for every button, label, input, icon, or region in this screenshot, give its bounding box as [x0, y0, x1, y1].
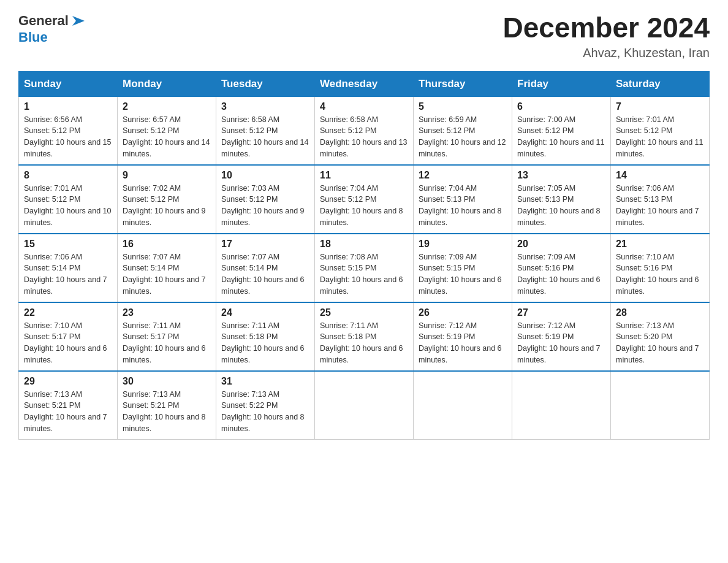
calendar-table: SundayMondayTuesdayWednesdayThursdayFrid…: [18, 71, 710, 440]
calendar-cell: 17 Sunrise: 7:07 AM Sunset: 5:14 PM Dayl…: [216, 234, 315, 302]
header-saturday: Saturday: [611, 71, 710, 96]
calendar-body: 1 Sunrise: 6:56 AM Sunset: 5:12 PM Dayli…: [19, 96, 710, 439]
day-info: Sunrise: 7:04 AM Sunset: 5:12 PM Dayligh…: [320, 183, 408, 229]
day-number: 9: [123, 170, 211, 181]
location-title: Ahvaz, Khuzestan, Iran: [502, 46, 710, 60]
calendar-cell: [512, 371, 611, 440]
day-info: Sunrise: 7:06 AM Sunset: 5:13 PM Dayligh…: [616, 183, 704, 229]
day-info: Sunrise: 7:07 AM Sunset: 5:14 PM Dayligh…: [123, 251, 211, 297]
day-info: Sunrise: 7:13 AM Sunset: 5:21 PM Dayligh…: [24, 389, 112, 435]
logo-blue-text: Blue: [18, 29, 48, 45]
calendar-cell: 30 Sunrise: 7:13 AM Sunset: 5:21 PM Dayl…: [118, 371, 216, 440]
page-header: General Blue December 2024 Ahvaz, Khuzes…: [18, 12, 710, 60]
calendar-cell: 26 Sunrise: 7:12 AM Sunset: 5:19 PM Dayl…: [414, 302, 512, 371]
day-info: Sunrise: 7:13 AM Sunset: 5:20 PM Dayligh…: [616, 320, 704, 366]
day-number: 5: [419, 101, 507, 112]
calendar-cell: [414, 371, 512, 440]
calendar-cell: 25 Sunrise: 7:11 AM Sunset: 5:18 PM Dayl…: [315, 302, 414, 371]
calendar-cell: 10 Sunrise: 7:03 AM Sunset: 5:12 PM Dayl…: [216, 165, 315, 234]
day-info: Sunrise: 7:13 AM Sunset: 5:22 PM Dayligh…: [221, 389, 309, 435]
calendar-cell: 4 Sunrise: 6:58 AM Sunset: 5:12 PM Dayli…: [315, 96, 414, 165]
day-info: Sunrise: 6:58 AM Sunset: 5:12 PM Dayligh…: [320, 114, 408, 160]
day-number: 22: [24, 307, 112, 318]
day-info: Sunrise: 7:01 AM Sunset: 5:12 PM Dayligh…: [24, 183, 112, 229]
day-number: 25: [320, 307, 408, 318]
day-info: Sunrise: 6:56 AM Sunset: 5:12 PM Dayligh…: [24, 114, 112, 160]
day-number: 16: [123, 239, 211, 250]
day-number: 8: [24, 170, 112, 181]
day-number: 1: [24, 101, 112, 112]
day-info: Sunrise: 7:12 AM Sunset: 5:19 PM Dayligh…: [517, 320, 605, 366]
calendar-cell: 13 Sunrise: 7:05 AM Sunset: 5:13 PM Dayl…: [512, 165, 611, 234]
day-number: 21: [616, 239, 704, 250]
svg-marker-0: [72, 16, 85, 26]
day-info: Sunrise: 7:12 AM Sunset: 5:19 PM Dayligh…: [419, 320, 507, 366]
day-number: 11: [320, 170, 408, 181]
calendar-cell: 20 Sunrise: 7:09 AM Sunset: 5:16 PM Dayl…: [512, 234, 611, 302]
day-info: Sunrise: 7:08 AM Sunset: 5:15 PM Dayligh…: [320, 251, 408, 297]
header-tuesday: Tuesday: [216, 71, 315, 96]
logo-icon: [70, 12, 87, 29]
day-number: 3: [221, 101, 309, 112]
day-number: 20: [517, 239, 605, 250]
header-monday: Monday: [118, 71, 216, 96]
day-info: Sunrise: 7:03 AM Sunset: 5:12 PM Dayligh…: [221, 183, 309, 229]
logo-general-text: General: [18, 13, 69, 29]
calendar-cell: 19 Sunrise: 7:09 AM Sunset: 5:15 PM Dayl…: [414, 234, 512, 302]
day-number: 7: [616, 101, 704, 112]
day-number: 18: [320, 239, 408, 250]
logo: General Blue: [18, 12, 87, 45]
day-info: Sunrise: 6:58 AM Sunset: 5:12 PM Dayligh…: [221, 114, 309, 160]
day-info: Sunrise: 6:57 AM Sunset: 5:12 PM Dayligh…: [123, 114, 211, 160]
calendar-cell: 12 Sunrise: 7:04 AM Sunset: 5:13 PM Dayl…: [414, 165, 512, 234]
calendar-cell: 3 Sunrise: 6:58 AM Sunset: 5:12 PM Dayli…: [216, 96, 315, 165]
day-number: 26: [419, 307, 507, 318]
day-info: Sunrise: 7:09 AM Sunset: 5:16 PM Dayligh…: [517, 251, 605, 297]
header-friday: Friday: [512, 71, 611, 96]
day-info: Sunrise: 7:04 AM Sunset: 5:13 PM Dayligh…: [419, 183, 507, 229]
week-row-5: 29 Sunrise: 7:13 AM Sunset: 5:21 PM Dayl…: [19, 371, 710, 440]
day-number: 27: [517, 307, 605, 318]
calendar-cell: [611, 371, 710, 440]
day-info: Sunrise: 7:11 AM Sunset: 5:18 PM Dayligh…: [320, 320, 408, 366]
calendar-cell: 7 Sunrise: 7:01 AM Sunset: 5:12 PM Dayli…: [611, 96, 710, 165]
day-info: Sunrise: 7:06 AM Sunset: 5:14 PM Dayligh…: [24, 251, 112, 297]
day-info: Sunrise: 7:02 AM Sunset: 5:12 PM Dayligh…: [123, 183, 211, 229]
calendar-cell: 22 Sunrise: 7:10 AM Sunset: 5:17 PM Dayl…: [19, 302, 118, 371]
calendar-cell: 23 Sunrise: 7:11 AM Sunset: 5:17 PM Dayl…: [118, 302, 216, 371]
day-number: 4: [320, 101, 408, 112]
header-thursday: Thursday: [414, 71, 512, 96]
header-row: SundayMondayTuesdayWednesdayThursdayFrid…: [19, 71, 710, 96]
calendar-cell: 16 Sunrise: 7:07 AM Sunset: 5:14 PM Dayl…: [118, 234, 216, 302]
day-info: Sunrise: 7:01 AM Sunset: 5:12 PM Dayligh…: [616, 114, 704, 160]
day-number: 29: [24, 376, 112, 387]
day-number: 17: [221, 239, 309, 250]
day-number: 14: [616, 170, 704, 181]
calendar-cell: 24 Sunrise: 7:11 AM Sunset: 5:18 PM Dayl…: [216, 302, 315, 371]
day-info: Sunrise: 7:11 AM Sunset: 5:17 PM Dayligh…: [123, 320, 211, 366]
week-row-1: 1 Sunrise: 6:56 AM Sunset: 5:12 PM Dayli…: [19, 96, 710, 165]
day-number: 6: [517, 101, 605, 112]
day-number: 2: [123, 101, 211, 112]
calendar-cell: 31 Sunrise: 7:13 AM Sunset: 5:22 PM Dayl…: [216, 371, 315, 440]
calendar-cell: 6 Sunrise: 7:00 AM Sunset: 5:12 PM Dayli…: [512, 96, 611, 165]
calendar-header: SundayMondayTuesdayWednesdayThursdayFrid…: [19, 71, 710, 96]
week-row-3: 15 Sunrise: 7:06 AM Sunset: 5:14 PM Dayl…: [19, 234, 710, 302]
day-info: Sunrise: 7:05 AM Sunset: 5:13 PM Dayligh…: [517, 183, 605, 229]
calendar-cell: 11 Sunrise: 7:04 AM Sunset: 5:12 PM Dayl…: [315, 165, 414, 234]
calendar-cell: 14 Sunrise: 7:06 AM Sunset: 5:13 PM Dayl…: [611, 165, 710, 234]
header-sunday: Sunday: [19, 71, 118, 96]
day-number: 10: [221, 170, 309, 181]
calendar-cell: 15 Sunrise: 7:06 AM Sunset: 5:14 PM Dayl…: [19, 234, 118, 302]
calendar-cell: 5 Sunrise: 6:59 AM Sunset: 5:12 PM Dayli…: [414, 96, 512, 165]
day-info: Sunrise: 7:09 AM Sunset: 5:15 PM Dayligh…: [419, 251, 507, 297]
day-number: 15: [24, 239, 112, 250]
calendar-cell: 29 Sunrise: 7:13 AM Sunset: 5:21 PM Dayl…: [19, 371, 118, 440]
day-number: 13: [517, 170, 605, 181]
calendar-cell: 2 Sunrise: 6:57 AM Sunset: 5:12 PM Dayli…: [118, 96, 216, 165]
day-number: 24: [221, 307, 309, 318]
day-number: 12: [419, 170, 507, 181]
calendar-cell: 1 Sunrise: 6:56 AM Sunset: 5:12 PM Dayli…: [19, 96, 118, 165]
week-row-4: 22 Sunrise: 7:10 AM Sunset: 5:17 PM Dayl…: [19, 302, 710, 371]
calendar-cell: [315, 371, 414, 440]
